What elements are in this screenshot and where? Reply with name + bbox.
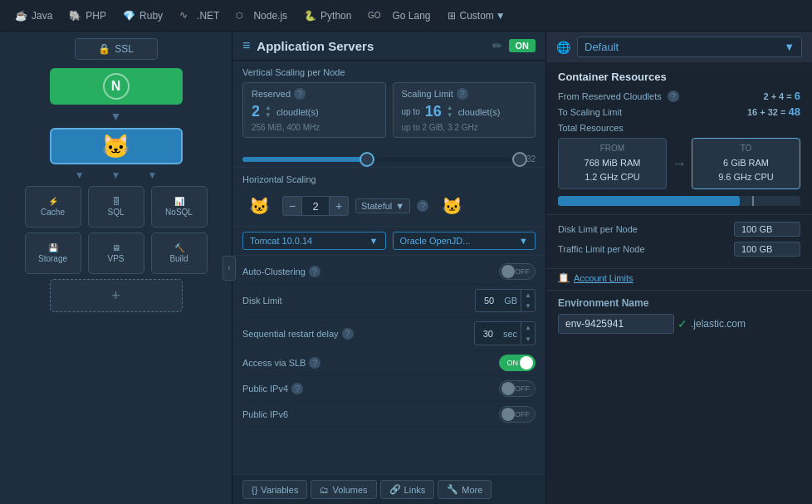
- slb-toggle[interactable]: ON: [499, 355, 536, 371]
- volumes-tab[interactable]: 🗂 Volumes: [311, 480, 376, 499]
- nosql-node[interactable]: 📊 NoSQL: [151, 186, 208, 228]
- jdk-dropdown-icon: ▼: [519, 236, 528, 246]
- plus-icon: +: [111, 287, 120, 305]
- counter-minus-button[interactable]: −: [282, 196, 302, 216]
- scaling-limit-sub: up to 2 GiB, 3.2 GHz: [402, 123, 527, 132]
- restart-delay-unit: sec: [500, 327, 521, 340]
- links-tab[interactable]: 🔗 Links: [380, 480, 435, 499]
- disk-input: 50 GB ▲ ▼: [475, 289, 536, 312]
- cache-node[interactable]: ⚡ Cache: [25, 186, 81, 228]
- ipv6-label: Public IPv6: [242, 409, 288, 419]
- left-panel: 🔒 SSL N ▼ 🐱 ▼ ▼ ▼: [0, 32, 232, 504]
- ipv4-toggle[interactable]: OFF: [499, 380, 536, 397]
- disk-up-arrow[interactable]: ▲: [521, 290, 535, 301]
- tomcat-version-select[interactable]: Tomcat 10.0.14 ▼: [242, 232, 386, 250]
- main-container: 🔒 SSL N ▼ 🐱 ▼ ▼ ▼: [0, 32, 812, 504]
- auto-clustering-help[interactable]: ?: [309, 266, 320, 277]
- custom-icon: ⊞: [448, 10, 456, 22]
- reserved-unit: cloudlet(s): [276, 107, 319, 117]
- reserved-box: Reserved ? 2 ▲ ▼ cloudlet(s) 256 MiB, 40…: [242, 82, 386, 138]
- ssl-icon: 🔒: [98, 43, 110, 55]
- cache-icon: ⚡: [48, 197, 58, 206]
- disk-stepper[interactable]: ▲ ▼: [521, 290, 535, 311]
- ssl-button[interactable]: 🔒 SSL: [75, 38, 158, 60]
- vps-node[interactable]: 🖥 VPS: [88, 232, 144, 274]
- nav-golang[interactable]: GO Go Lang: [360, 0, 438, 32]
- scaling-limit-stepper[interactable]: ▲ ▼: [447, 105, 453, 119]
- resource-bar: [558, 196, 800, 206]
- nodejs-icon: ⬡: [236, 7, 249, 23]
- panel-toggle-button[interactable]: ‹: [223, 256, 236, 281]
- disk-limit-input: 100 GB: [734, 222, 800, 237]
- delay-up-arrow[interactable]: ▲: [521, 322, 535, 333]
- top-nav: ☕ Java 🐘 PHP 💎 Ruby ∿ .NET ⬡ Node.js 🐍 P…: [0, 0, 812, 32]
- stateful-select[interactable]: Stateful ▼: [355, 198, 410, 213]
- edit-icon[interactable]: ✏: [492, 39, 502, 52]
- build-node[interactable]: 🔨 Build: [151, 232, 208, 274]
- restart-delay-label: Sequential restart delay ?: [242, 328, 354, 340]
- more-tab[interactable]: 🔧 More: [438, 480, 492, 499]
- ipv4-row: Public IPv4 ? OFF: [242, 376, 536, 402]
- nav-nodejs[interactable]: ⬡ Node.js: [227, 0, 296, 32]
- nav-dotnet[interactable]: ∿ .NET: [171, 0, 227, 32]
- restart-delay-row: Sequential restart delay ? 30 sec ▲ ▼: [242, 317, 536, 350]
- variables-tab[interactable]: {} Variables: [242, 480, 307, 499]
- disk-unit: GB: [501, 294, 521, 307]
- counter-control: − 2 +: [282, 196, 349, 216]
- ipv4-help[interactable]: ?: [291, 383, 303, 394]
- from-box-ram: 768 MiB RAM: [567, 156, 658, 170]
- nginx-node[interactable]: N: [50, 68, 183, 105]
- restart-delay-help[interactable]: ?: [342, 328, 354, 340]
- ipv6-toggle[interactable]: OFF: [499, 406, 536, 423]
- reserved-sub: 256 MiB, 400 MHz: [252, 123, 377, 132]
- from-cloudlets-value: 2 + 4 = 6: [763, 90, 800, 102]
- horizontal-controls: 🐱 − 2 + Stateful ▼ ? 🐱: [242, 189, 536, 223]
- scaling-limit-unit: cloudlet(s): [458, 107, 501, 117]
- disk-down-arrow[interactable]: ▼: [521, 301, 535, 311]
- check-icon: ✓: [677, 317, 687, 330]
- horizontal-label: Horizontal Scaling: [242, 174, 536, 184]
- app-server-icon: ≡: [242, 38, 250, 53]
- nav-php[interactable]: 🐘 PHP: [61, 0, 115, 32]
- toggle-thumb-ipv4: [501, 382, 515, 395]
- from-box: FROM 768 MiB RAM 1.2 GHz CPU: [558, 138, 667, 189]
- dropdown-arrow-icon[interactable]: ▼: [496, 10, 506, 22]
- slider-thumb-limit[interactable]: [512, 152, 527, 167]
- nav-custom[interactable]: ⊞ Custom: [439, 0, 502, 32]
- to-scaling-value: 16 + 32 = 48: [747, 105, 800, 118]
- resource-arrow-icon: →: [672, 155, 687, 173]
- vps-icon: 🖥: [112, 243, 120, 252]
- account-limits-link[interactable]: 📋 Account Limits: [558, 272, 800, 283]
- default-select[interactable]: Default ▼: [577, 37, 802, 57]
- build-icon: 🔨: [174, 243, 184, 252]
- add-node-button[interactable]: +: [50, 279, 183, 312]
- reserved-stepper[interactable]: ▲ ▼: [265, 105, 271, 119]
- scaling-limit-help-icon[interactable]: ?: [457, 88, 468, 100]
- jdk-version-select[interactable]: Oracle OpenJD... ▼: [393, 232, 536, 250]
- counter-plus-button[interactable]: +: [329, 196, 349, 216]
- storage-node[interactable]: 💾 Storage: [25, 232, 81, 274]
- counter-value: 2: [302, 196, 329, 216]
- sub-nodes-row1: ⚡ Cache 🗄 SQL 📊 NoSQL: [7, 186, 225, 228]
- reserved-help-icon[interactable]: ?: [294, 88, 306, 100]
- nav-python[interactable]: 🐍 Python: [296, 0, 360, 32]
- slider-thumb-reserved[interactable]: [360, 152, 374, 167]
- auto-clustering-toggle[interactable]: OFF: [499, 263, 536, 280]
- sql-node[interactable]: 🗄 SQL: [88, 186, 144, 228]
- delay-down-arrow[interactable]: ▼: [521, 334, 535, 345]
- region-icon: 🌐: [556, 41, 570, 54]
- slider-track[interactable]: [242, 157, 520, 162]
- horizontal-help-icon[interactable]: ?: [417, 200, 428, 212]
- restart-delay-stepper[interactable]: ▲ ▼: [521, 322, 535, 344]
- version-row: Tomcat 10.0.14 ▼ Oracle OpenJD... ▼: [232, 226, 545, 255]
- nav-java[interactable]: ☕ Java: [7, 0, 61, 32]
- tomcat-node[interactable]: 🐱: [50, 128, 183, 164]
- from-cloudlets-help[interactable]: ?: [668, 91, 679, 102]
- slb-help[interactable]: ?: [309, 357, 320, 369]
- app-server-title: Application Servers: [257, 39, 485, 53]
- scaling-limit-label: Scaling Limit ?: [402, 88, 527, 100]
- restart-delay-input: 30 sec ▲ ▼: [474, 321, 536, 345]
- nav-ruby[interactable]: 💎 Ruby: [115, 0, 171, 32]
- account-icon: 📋: [558, 272, 570, 283]
- env-name-input[interactable]: [558, 314, 674, 334]
